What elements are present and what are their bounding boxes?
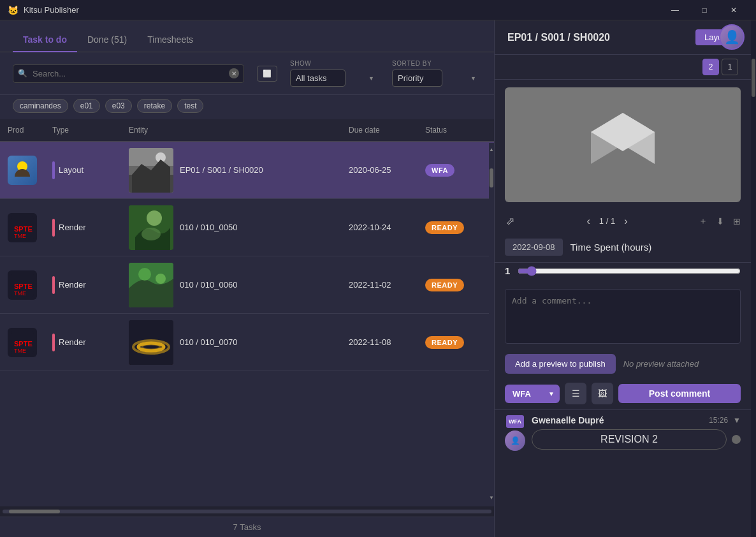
app-title-area: 🐱 Kitsu Publisher bbox=[8, 5, 79, 15]
type-color-bar bbox=[52, 161, 55, 179]
due-date-value: 2020-06-25 bbox=[349, 165, 391, 175]
outer-scroll-thumb bbox=[752, 59, 755, 97]
type-color-bar bbox=[52, 334, 55, 351]
svg-text:TME: TME bbox=[14, 348, 26, 354]
nav-right-button[interactable]: › bbox=[620, 214, 631, 228]
type-label: Render bbox=[59, 337, 86, 347]
tag-test[interactable]: test bbox=[177, 99, 203, 113]
tabs-bar: Task to do Done (51) Timesheets bbox=[0, 20, 494, 52]
comment-input[interactable] bbox=[512, 296, 734, 334]
checklist-button[interactable]: ☰ bbox=[565, 383, 586, 404]
comment-history: WFA 👤 Gwenaelle Dupré 15:26 ▼ bbox=[495, 409, 751, 456]
scrollbar-thumb bbox=[490, 168, 493, 188]
preview-nav: ⬀ ‹ 1 / 1 › ＋ ⬇ ⊞ bbox=[495, 210, 751, 232]
search-input[interactable] bbox=[13, 64, 244, 83]
window-controls: — □ ✕ bbox=[660, 0, 748, 20]
add-preview-button[interactable]: Add a preview to publish bbox=[505, 354, 616, 374]
save-filter-button[interactable]: ⬜ bbox=[257, 66, 277, 82]
tab-done[interactable]: Done (51) bbox=[77, 28, 137, 52]
show-select-wrapper: All tasks bbox=[290, 70, 379, 87]
revision-badge: REVISION 2 bbox=[532, 429, 727, 450]
table-row[interactable]: SPTETME Render 010 / 010_0070 bbox=[0, 314, 494, 371]
table-row[interactable]: SPTETME Render 010 / 010_0050 bbox=[0, 199, 494, 256]
type-badge: Render bbox=[52, 334, 86, 351]
entity-name: 010 / 010_0050 bbox=[180, 223, 237, 232]
comment-box[interactable] bbox=[505, 289, 741, 344]
comment-meta: Gwenaelle Dupré 15:26 ▼ bbox=[532, 415, 741, 425]
table-area: Prod Type Entity Due date Status bbox=[0, 119, 494, 517]
entity-name: 010 / 010_0070 bbox=[180, 337, 237, 347]
show-select[interactable]: All tasks bbox=[290, 70, 345, 87]
due-date-cell: 2020-06-25 bbox=[341, 142, 418, 198]
scroll-up-arrow[interactable]: ▲ bbox=[489, 146, 494, 152]
task-count: 7 Tasks bbox=[233, 522, 261, 532]
minimize-button[interactable]: — bbox=[660, 0, 690, 20]
right-panel-inner: EP01 / S001 / SH0020 Layout 2 1 bbox=[495, 20, 756, 537]
entity-thumbnail bbox=[129, 148, 173, 193]
revision-row: REVISION 2 bbox=[532, 429, 741, 450]
col-entity: Entity bbox=[121, 119, 341, 141]
col-due-date: Due date bbox=[341, 119, 418, 141]
comment-content: Gwenaelle Dupré 15:26 ▼ REVISION 2 bbox=[532, 415, 741, 450]
view-1-button[interactable]: 1 bbox=[722, 59, 738, 75]
status-badge: WFA bbox=[425, 164, 454, 177]
revision-label: REVISION 2 bbox=[600, 434, 658, 445]
tag-e01[interactable]: e01 bbox=[73, 99, 100, 113]
tag-e03[interactable]: e03 bbox=[105, 99, 132, 113]
tag-retake[interactable]: retake bbox=[137, 99, 172, 113]
table-header: Prod Type Entity Due date Status bbox=[0, 119, 494, 142]
comment-avatar: 👤 bbox=[505, 430, 525, 451]
table-row[interactable]: Layout EP01 / S001 / SH0020 2020-06-25 W… bbox=[0, 142, 494, 199]
tab-timesheets[interactable]: Timesheets bbox=[137, 28, 203, 52]
search-clear-button[interactable]: ✕ bbox=[229, 68, 239, 78]
svg-text:SPTE: SPTE bbox=[14, 283, 33, 290]
view-2-button[interactable]: 2 bbox=[702, 59, 719, 75]
user-avatar[interactable]: 👤 bbox=[719, 24, 745, 50]
attachment-button[interactable]: 🖼 bbox=[592, 383, 613, 404]
close-button[interactable]: ✕ bbox=[719, 0, 748, 20]
revision-circle bbox=[732, 435, 741, 444]
download-button[interactable]: ⬇ bbox=[714, 214, 727, 228]
due-date-cell: 2022-10-24 bbox=[341, 199, 418, 256]
nav-actions: ＋ ⬇ ⊞ bbox=[696, 214, 743, 228]
svg-point-16 bbox=[156, 274, 166, 284]
type-badge: Render bbox=[52, 219, 86, 237]
entity-cell: 010 / 010_0070 bbox=[121, 314, 341, 371]
tags-row: caminandes e01 e03 retake test bbox=[0, 95, 494, 119]
col-type: Type bbox=[45, 119, 121, 141]
tag-caminandes[interactable]: caminandes bbox=[13, 99, 68, 113]
horizontal-scrollbar[interactable] bbox=[0, 506, 494, 517]
nav-left-button[interactable]: ‹ bbox=[583, 214, 594, 228]
add-frame-button[interactable]: ＋ bbox=[696, 214, 710, 228]
preview-prev-button[interactable]: ⬀ bbox=[502, 214, 518, 228]
status-cell: READY bbox=[418, 199, 494, 256]
maximize-button[interactable]: □ bbox=[690, 0, 719, 20]
sort-select[interactable]: Priority bbox=[392, 70, 442, 87]
comment-expand-button[interactable]: ▼ bbox=[733, 416, 741, 425]
prod-thumbnail: SPTETME bbox=[8, 270, 37, 300]
tab-todo[interactable]: Task to do bbox=[13, 28, 77, 52]
sorted-by-label: SORTED BY bbox=[392, 60, 481, 67]
outer-scrollbar[interactable] bbox=[751, 20, 756, 537]
status-dropdown[interactable]: WFA READY DONE bbox=[505, 385, 560, 403]
due-date-value: 2022-11-08 bbox=[349, 337, 391, 347]
type-cell: Render bbox=[45, 199, 121, 256]
table-row[interactable]: SPTETME Render 010 / 010_0060 bbox=[0, 256, 494, 314]
preview-container bbox=[505, 87, 741, 202]
time-row: 2022-09-08 Time Spent (hours) bbox=[495, 232, 751, 263]
prod-cell: SPTETME bbox=[0, 314, 45, 371]
due-date-value: 2022-10-24 bbox=[349, 223, 391, 232]
preview-image bbox=[505, 87, 741, 202]
vertical-scrollbar[interactable]: ▲ ▼ bbox=[489, 143, 494, 504]
time-slider[interactable] bbox=[518, 266, 741, 276]
comment-author: Gwenaelle Dupré bbox=[532, 415, 604, 425]
post-comment-button[interactable]: Post comment bbox=[618, 384, 741, 403]
svg-point-15 bbox=[138, 268, 151, 281]
scroll-down-arrow[interactable]: ▼ bbox=[489, 494, 494, 501]
app-icon: 🐱 bbox=[8, 5, 18, 15]
svg-point-10 bbox=[142, 228, 161, 240]
col-status: Status bbox=[418, 119, 494, 141]
search-container: 🔍 ✕ bbox=[13, 64, 244, 83]
expand-button[interactable]: ⊞ bbox=[731, 214, 743, 228]
main-container: Task to do Done (51) Timesheets 🔍 ✕ ⬜ SH… bbox=[0, 20, 756, 537]
